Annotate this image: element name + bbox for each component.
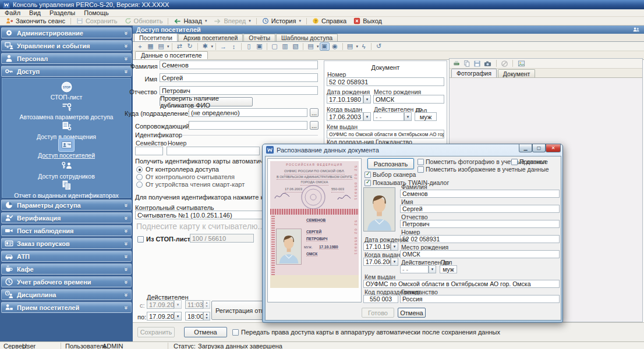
save-record-button[interactable]: Сохранить <box>137 327 175 337</box>
to-date-dropdown[interactable]: ▾ <box>174 312 182 320</box>
valid-from-date[interactable]: 17.09.2015 <box>147 300 174 309</box>
dropdown-icon[interactable]: ▾ <box>356 44 359 49</box>
doc-birthdate-dropdown[interactable]: ▾ <box>363 95 371 104</box>
dlg-validto-dropdown[interactable]: ▾ <box>429 265 436 273</box>
tab-reports[interactable]: Отчёты <box>243 34 275 41</box>
exit-button[interactable]: Выход <box>350 17 385 26</box>
dropdown-icon[interactable]: ▾ <box>211 44 214 49</box>
dlg-citizenship-field[interactable]: Россия <box>400 295 560 303</box>
camera-icon[interactable] <box>483 60 492 67</box>
escort-field[interactable] <box>189 121 307 130</box>
back-button[interactable]: Назад ▾ <box>170 17 210 26</box>
done-button[interactable]: Готово <box>362 308 394 318</box>
refresh-list-icon[interactable]: ↻ <box>185 42 195 51</box>
valid-from-time[interactable]: 11:03 <box>185 300 203 309</box>
history-dropdown-icon[interactable]: ▾ <box>299 19 301 23</box>
history-button[interactable]: История ▾ <box>259 17 305 26</box>
tab-visitors[interactable]: Посетители <box>134 33 178 41</box>
close-icon[interactable]: ✕ <box>546 144 561 152</box>
menu-help[interactable]: Помощь <box>84 9 109 16</box>
sidebar-section-verification[interactable]: Верификация » <box>1 212 132 223</box>
sidebar-section-management-events[interactable]: Управление и события » <box>1 40 132 51</box>
dropdown-icon[interactable]: ▾ <box>167 44 169 49</box>
help-button[interactable]: ? Справка <box>309 17 350 26</box>
dlg-birthdate-dropdown[interactable]: ▾ <box>391 243 398 251</box>
sidebar-section-access[interactable]: Доступ » <box>1 66 132 77</box>
print-icon[interactable]: ▤ <box>345 42 355 51</box>
scan-icon[interactable] <box>452 60 461 67</box>
flash-icon[interactable]: ϟ <box>359 42 369 51</box>
sidebar-section-atp[interactable]: АТП » <box>1 251 132 262</box>
reload-icon[interactable]: ↺ <box>374 42 384 51</box>
sidebar-section-pass-orders[interactable]: Заказ пропусков » <box>1 238 132 249</box>
doc-number-field[interactable]: 52 02 058931 <box>327 77 444 86</box>
maximize-icon[interactable]: ▢ <box>532 144 546 152</box>
from-date-dropdown[interactable]: ▾ <box>174 300 182 309</box>
radio-controller[interactable] <box>136 166 143 173</box>
dialog-cancel-button[interactable]: Отмена <box>398 308 426 318</box>
sidebar-item-auto-replace[interactable]: Автозамена параметров доступа <box>2 100 130 120</box>
sidebar-item-room-access[interactable]: Доступ в помещения <box>2 120 130 140</box>
dialog-title-bar[interactable]: Распознавание данных документа <box>266 146 379 154</box>
sidebar-section-surveillance[interactable]: Пост наблюдения » <box>1 225 132 236</box>
department-field[interactable]: (не определено) <box>189 108 307 117</box>
doc-birthplace-field[interactable]: ОМСК <box>373 95 444 104</box>
transfer-icon[interactable]: ↕ <box>229 42 239 51</box>
doc-sex-field[interactable]: муж <box>415 112 437 121</box>
back-dropdown-icon[interactable]: ▾ <box>205 19 207 23</box>
menu-view[interactable]: Вид <box>29 9 41 16</box>
dlg-firstname-field[interactable]: Сергей <box>400 205 560 213</box>
radio-control-reader[interactable] <box>136 174 143 180</box>
save-image-icon[interactable] <box>473 60 481 67</box>
department-browse-button[interactable]: ... <box>310 108 319 117</box>
sidebar-section-personnel[interactable]: Персонал » <box>1 53 132 64</box>
refresh-button[interactable]: Обновить <box>121 17 167 26</box>
find-duplicates-icon[interactable]: ⇄ <box>175 42 185 51</box>
from-time-spinner[interactable]: ▲▼ <box>203 300 210 309</box>
clear-image-icon[interactable] <box>501 60 508 67</box>
transfer-rights-checkbox[interactable] <box>232 329 239 336</box>
dlg-issued-field[interactable]: 17.06.2003 <box>363 258 391 266</box>
doc-validto-dropdown[interactable]: ▾ <box>404 112 412 121</box>
form-view-icon[interactable]: ▤ <box>156 42 166 51</box>
tab-access-templates[interactable]: Шаблоны доступа <box>276 34 338 41</box>
end-session-button[interactable]: Закончить сеанс <box>2 17 69 26</box>
valid-to-time[interactable]: 18:00 <box>185 312 203 320</box>
stoplist-checkbox[interactable] <box>137 236 144 243</box>
sidebar-item-id-report[interactable]: Отчет о выданных идентификаторах <box>2 179 130 199</box>
to-time-spinner[interactable]: ▲▼ <box>203 312 210 320</box>
print-card-icon[interactable]: ▤ <box>306 42 316 51</box>
firstname-field[interactable]: Сергей <box>160 73 318 82</box>
forward-button[interactable]: Вперед ▾ <box>210 17 254 26</box>
sidebar-section-cafe[interactable]: Кафе » <box>1 263 132 275</box>
sidebar-item-visitor-access[interactable]: Доступ посетителей <box>2 138 130 159</box>
dlg-issuer-field[interactable]: ОУФМС по Омской области в Октябрьском АО… <box>363 280 560 288</box>
doc-issuer-field[interactable]: ОУФМС по Омской области в Октябрьском АО… <box>327 130 444 138</box>
dlg-patronymic-field[interactable]: Петрович <box>400 220 560 228</box>
card-edit-icon[interactable]: ▧ <box>291 42 300 51</box>
doc-validto-field[interactable]: - - <box>373 112 404 121</box>
check-duplicates-button[interactable]: Проверить наличие дубликатов ФИО <box>160 97 253 106</box>
quick-access-icon[interactable]: ✱ <box>200 42 210 51</box>
doc-issued-dropdown[interactable]: ▾ <box>363 112 371 121</box>
image-icon[interactable] <box>517 60 526 67</box>
dlg-depcode-field[interactable]: 550 003 <box>363 295 398 303</box>
badge-icon[interactable]: ▥ <box>280 42 290 51</box>
doc-issued-field[interactable]: 17.06.2003 <box>327 112 363 121</box>
dlg-validto-field[interactable]: - - <box>400 265 429 273</box>
card-number-field[interactable] <box>167 147 260 155</box>
menu-sections[interactable]: Разделы <box>49 9 75 16</box>
spin-down-icon[interactable]: ▼ <box>204 305 210 309</box>
save-button[interactable]: Сохранить <box>73 17 121 26</box>
sidebar-item-employee-access[interactable]: Доступ сотрудников <box>2 159 130 180</box>
delete-icon[interactable]: ▢ <box>270 42 279 51</box>
tab-visitor-data[interactable]: Данные о посетителе <box>135 51 208 59</box>
sidebar-section-time-tracking[interactable]: Учет рабочего времени » <box>1 276 132 287</box>
spin-down-icon[interactable]: ▼ <box>204 316 210 320</box>
cancel-record-button[interactable]: Отмена <box>184 327 227 337</box>
dlg-sex-field[interactable]: муж <box>440 265 457 273</box>
protocol-checkbox[interactable] <box>511 159 518 165</box>
valid-to-date[interactable]: 17.09.2015 <box>147 312 174 320</box>
window-icon[interactable]: ▣ <box>254 42 264 51</box>
sidebar-section-access-params[interactable]: Параметры доступа » <box>1 200 132 211</box>
